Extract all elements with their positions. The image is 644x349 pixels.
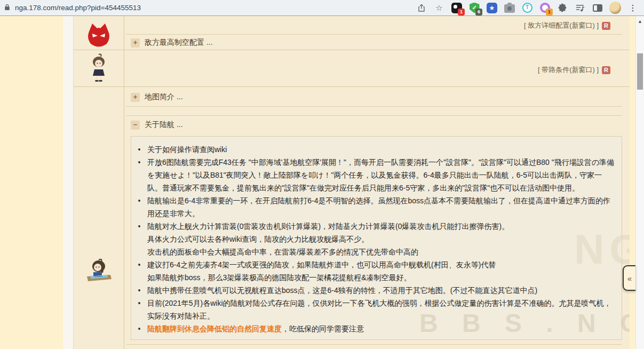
bullet-text: 陆航中携带任意喷气机可以无视航程直达boss点，这是6-4独有的特性，不适用于其… [147,284,616,297]
post-row: [ 敌方详细配置(新窗口) ] R + 敌方最高制空配置 ... [74,16,630,50]
left-margin [0,16,63,349]
extension-badge: 1 [458,9,465,15]
bullet-item: •陆航输出是6-4非常重要的一环，在开启陆航前打6-4是不明智的选择。虽然现在b… [136,194,616,220]
bullet-item: •陆航对水上舰火力计算雷装(0雷装攻击机则计算爆装)，对陆基火力计算爆装(0爆装… [136,220,616,258]
toolbar-icons: ☆ 1 ✓ 6 ★ T 1 [416,2,639,14]
profile-avatar[interactable] [609,2,621,14]
expand-button[interactable]: + [131,93,140,102]
scrollbar-thumb[interactable] [637,53,643,90]
collapse-section-enemy-air[interactable]: + 敌方最高制空配置 ... [131,38,630,47]
chevron-left-icon: « [627,274,632,283]
camera-glyph [504,4,515,13]
section-label: 地图简介 ... [145,92,183,102]
url-bar[interactable]: nga.178.com/read.php?pid=454455513 [4,3,416,13]
extension-shield-icon[interactable]: ✓ 6 [468,2,480,14]
bullet-item: •目前(2021年5月)各wiki的陆航对陆公式存在问题，仅供对比一下各飞机大概… [136,297,616,322]
forum-thread: [ 敌方详细配置(新窗口) ] R + 敌方最高制空配置 ... [73,16,630,349]
avatar-cell [74,50,124,86]
side-panel-icon[interactable] [592,2,603,14]
bullet-dot: • [136,143,143,156]
girl-at-desk-avatar [85,259,113,283]
browser-toolbar: nga.178.com/read.php?pid=454455513 ☆ 1 ✓… [0,0,644,16]
bullet-item: •关于如何操作请查阅wiki [136,143,616,156]
left-gap [63,16,73,349]
bullet-text: 开放6图陆航需要完成F43任务 "中部海域'基地航空隊'展開！"，而每开启一队需… [147,156,616,194]
bullet-item: •建议打6-4之前先凑齐4架一式或更强的陆攻，如果陆航炸道中，也可以用高命中舰载… [136,258,616,284]
corner-link-row: [ 带路条件(新窗口) ] R [124,50,630,75]
r-quote-button[interactable]: R [602,66,610,74]
section-label: 关于陆航 ... [145,120,183,130]
extension-ring-icon[interactable]: 1 [539,2,551,14]
browser-menu-icon[interactable]: ⋮ [627,2,639,14]
bullet-dot: • [136,156,143,194]
red-devil-avatar [83,22,115,49]
t-glyph: T [522,3,532,13]
collapse-section-map-intro[interactable]: + 地图简介 ... [131,92,630,102]
extension-badge: 6 [475,9,482,15]
bullet-text: 陆航对水上舰火力计算雷装(0雷装攻击机则计算爆装)，对陆基火力计算爆装(0爆装攻… [147,220,616,258]
bullet-dot: • [136,194,143,220]
collapse-sidebar-tab[interactable]: « [623,265,635,291]
bullet-item: •陆航翻牌到休息会降低铝的自然回复速度，吃低保的同学需要注意 [136,322,616,335]
extension-star-icon[interactable]: ★ [486,2,498,14]
expand-button[interactable]: + [131,38,140,47]
bullet-item: •开放6图陆航需要完成F43任务 "中部海域'基地航空隊'展開！"，而每开启一队… [136,156,616,194]
extension-black-icon[interactable]: 1 [451,2,463,14]
bullet-text: 目前(2021年5月)各wiki的陆航对陆公式存在问题，仅供对比一下各飞机大概的… [147,297,616,322]
divider [126,344,622,345]
avatar[interactable] [74,22,124,49]
bullet-item: •陆航中携带任意喷气机可以无视航程直达boss点，这是6-4独有的特性，不适用于… [136,284,616,297]
collapse-section-lbas[interactable]: − 关于陆航 ... [131,120,630,130]
divider [126,34,622,35]
post-content: [ 带路条件(新窗口) ] R [124,50,630,86]
url-text: nga.178.com/read.php?pid=454455513 [15,4,141,12]
profile-avatar-image [609,2,621,14]
collapse-button[interactable]: − [131,121,140,130]
share-icon[interactable] [416,2,427,14]
bullet-text: 陆航翻牌到休息会降低铝的自然回复速度，吃低保的同学需要注意 [147,322,616,335]
scrollbar[interactable]: ▲ [635,16,644,349]
enemy-config-link[interactable]: [ 敌方详细配置(新窗口) ] [524,21,599,30]
page: [ 敌方详细配置(新窗口) ] R + 敌方最高制空配置 ... [0,16,644,349]
avatar[interactable] [74,259,124,283]
corner-link-row: [ 敌方详细配置(新窗口) ] R [124,16,630,30]
routing-link[interactable]: [ 带路条件(新窗口) ] [538,65,599,75]
bullet-dot: • [136,297,143,322]
bullet-dot: • [136,220,143,258]
bullet-text: 关于如何操作请查阅wiki [147,143,616,156]
lock-icon[interactable] [4,3,10,13]
bullet-dot: • [136,258,143,284]
divider [126,106,622,107]
post-row: [ 带路条件(新窗口) ] R [74,50,630,87]
bullet-text: 陆航输出是6-4非常重要的一环，在开启陆航前打6-4是不明智的选择。虽然现在bo… [147,194,616,220]
avatar[interactable] [74,53,124,84]
post-row: + 地图简介 ... − 关于陆航 ... •关于如何操作请查阅wiki•开放6… [74,87,630,349]
extension-badge: 1 [546,9,553,15]
bullet-text: 建议打6-4之前先凑齐4架一式或更强的陆攻，如果陆航炸道中，也可以用高命中舰载机… [147,258,616,284]
right-margin [630,16,635,349]
scroll-up-arrow[interactable]: ▲ [636,16,644,24]
bookmark-star-icon[interactable]: ☆ [433,2,445,14]
lbas-section-content: •关于如何操作请查阅wiki•开放6图陆航需要完成F43任务 "中部海域'基地航… [131,136,622,340]
bullet-dot: • [136,284,143,297]
post-content: [ 敌方详细配置(新窗口) ] R + 敌方最高制空配置 ... [124,16,630,50]
post-content: + 地图简介 ... − 关于陆航 ... •关于如何操作请查阅wiki•开放6… [124,87,630,349]
side-panel-glyph [593,4,602,12]
avatar-cell [74,16,124,50]
blue-star-glyph: ★ [487,3,497,13]
media-controls-icon[interactable] [574,2,586,14]
divider [126,115,622,116]
extension-camera-icon[interactable] [504,2,515,14]
extensions-puzzle-icon[interactable] [556,2,568,14]
section-label: 敌方最高制空配置 ... [145,38,213,47]
bullet-dot: • [136,322,143,335]
extension-t-icon[interactable]: T [521,2,533,14]
avatar-cell [74,87,124,349]
r-quote-button[interactable]: R [602,22,610,30]
bullet-list: •关于如何操作请查阅wiki•开放6图陆航需要完成F43任务 "中部海域'基地航… [136,143,616,335]
girl-avatar [89,53,108,84]
